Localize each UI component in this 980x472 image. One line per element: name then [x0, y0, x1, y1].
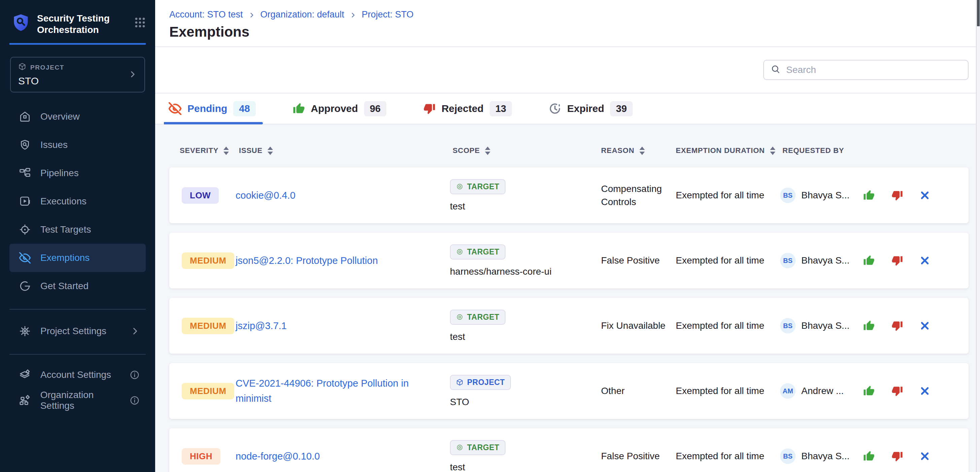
sidebar: Security Testing Orchestration PROJECT S…	[0, 0, 155, 472]
sidebar-item-executions[interactable]: Executions	[10, 187, 146, 215]
main-content: Account: STO test Organization: default …	[155, 0, 980, 472]
executions-play-icon	[19, 195, 31, 207]
home-icon	[19, 111, 31, 123]
tab-count-badge: 48	[233, 101, 255, 116]
cancel-exemption-button[interactable]	[920, 190, 930, 200]
chevron-right-icon	[130, 326, 140, 336]
breadcrumb-account-link[interactable]: Account: STO test	[169, 10, 243, 20]
eye-off-icon	[169, 102, 181, 115]
sort-icon[interactable]	[267, 147, 273, 155]
table-row: HIGH node-forge@0.10.0 TARGET test False…	[169, 428, 969, 472]
sidebar-item-label: Account Settings	[40, 369, 111, 380]
approve-button[interactable]	[863, 450, 875, 462]
sort-icon[interactable]	[770, 147, 775, 155]
column-header-scope: SCOPE	[450, 146, 601, 155]
breadcrumb: Account: STO test Organization: default …	[169, 10, 969, 20]
info-icon[interactable]	[130, 395, 140, 405]
column-header-issue: ISSUE	[235, 146, 450, 155]
cancel-exemption-button[interactable]	[920, 255, 930, 266]
project-selector-value: STO	[18, 75, 64, 87]
reject-button[interactable]	[891, 450, 903, 462]
sidebar-item-test-targets[interactable]: Test Targets	[10, 215, 146, 244]
info-icon[interactable]	[130, 370, 140, 380]
reject-button[interactable]	[891, 255, 903, 266]
sidebar-item-label: Test Targets	[40, 224, 91, 235]
scope-name: STO	[450, 397, 469, 407]
cancel-exemption-button[interactable]	[920, 321, 930, 331]
reject-button[interactable]	[891, 385, 903, 397]
tab-expired[interactable]: Expired 39	[544, 101, 637, 116]
shield-search-icon	[19, 139, 31, 151]
severity-badge: MEDIUM	[182, 252, 234, 269]
tab-count-badge: 13	[490, 101, 512, 116]
page-title: Exemptions	[169, 24, 969, 40]
scrollbar[interactable]	[976, 0, 980, 472]
issue-link[interactable]: node-forge@0.10.0	[235, 449, 450, 464]
breadcrumb-organization-link[interactable]: Organization: default	[261, 10, 344, 20]
scope-badge: TARGET	[450, 244, 506, 260]
sidebar-item-exemptions[interactable]: Exemptions	[10, 244, 146, 272]
sidebar-item-label: Get Started	[40, 281, 89, 291]
reject-button[interactable]	[891, 320, 903, 331]
sort-icon[interactable]	[223, 147, 229, 155]
cancel-exemption-button[interactable]	[920, 451, 930, 461]
issue-link[interactable]: cookie@0.4.0	[235, 188, 450, 203]
duration-cell: Exempted for all time	[676, 254, 780, 267]
tab-approved[interactable]: Approved 96	[288, 101, 391, 116]
cancel-exemption-button[interactable]	[920, 386, 930, 396]
column-header-severity: SEVERITY	[169, 146, 235, 155]
project-selector[interactable]: PROJECT STO	[10, 57, 145, 92]
issue-link[interactable]: json5@2.2.0: Prototype Pollution	[235, 253, 450, 268]
tab-label: Pending	[188, 103, 227, 114]
requester-name: Andrew ...	[801, 386, 844, 396]
approve-button[interactable]	[863, 255, 875, 266]
approve-button[interactable]	[863, 190, 875, 201]
sidebar-item-organization-settings[interactable]: Organization Settings	[10, 388, 146, 413]
app-grid-icon[interactable]	[134, 16, 146, 30]
sidebar-item-project-settings[interactable]: Project Settings	[10, 317, 146, 345]
search-input[interactable]	[786, 65, 961, 75]
tab-pending[interactable]: Pending 48	[164, 101, 261, 116]
reason-cell: Other	[601, 384, 676, 398]
layers-gear-icon	[19, 369, 31, 381]
duration-cell: Exempted for all time	[676, 319, 780, 332]
requester-name: Bhavya S...	[801, 255, 850, 266]
target-icon	[456, 313, 463, 321]
scope-name: test	[450, 462, 465, 472]
reason-cell: False Positive	[601, 450, 676, 462]
sidebar-item-get-started[interactable]: Get Started	[10, 272, 146, 300]
sidebar-item-pipelines[interactable]: Pipelines	[10, 159, 146, 187]
reject-button[interactable]	[891, 190, 903, 201]
gear-icon	[19, 325, 31, 337]
duration-cell: Exempted for all time	[676, 450, 780, 462]
sort-icon[interactable]	[485, 147, 490, 155]
search-box	[763, 60, 969, 80]
issue-link[interactable]: jszip@3.7.1	[235, 318, 450, 334]
tab-rejected[interactable]: Rejected 13	[418, 101, 517, 116]
chevron-right-icon	[248, 12, 255, 19]
get-started-icon	[19, 280, 31, 292]
sort-icon[interactable]	[640, 147, 645, 155]
scope-name: harness/harness-core-ui	[450, 266, 552, 277]
avatar: AM	[780, 383, 795, 399]
sidebar-item-overview[interactable]: Overview	[10, 103, 146, 131]
sidebar-item-account-settings[interactable]: Account Settings	[10, 362, 146, 388]
reason-cell: Compensating Controls	[601, 182, 676, 208]
approve-button[interactable]	[863, 385, 875, 397]
issue-link[interactable]: CVE-2021-44906: Prototype Pollution in m…	[235, 376, 450, 406]
column-header-requested-by: REQUESTED BY	[780, 146, 855, 155]
avatar: BS	[780, 188, 795, 203]
target-icon	[456, 248, 463, 255]
scope-type-label: TARGET	[467, 182, 500, 191]
sidebar-divider	[10, 354, 146, 355]
severity-badge: HIGH	[182, 448, 220, 465]
active-tab-indicator	[164, 122, 263, 124]
approve-button[interactable]	[863, 320, 875, 331]
thumb-up-icon	[293, 103, 305, 115]
tab-label: Rejected	[442, 103, 484, 114]
breadcrumb-project-link[interactable]: Project: STO	[362, 10, 414, 20]
sidebar-item-issues[interactable]: Issues	[10, 131, 146, 159]
sidebar-divider	[10, 309, 146, 310]
scrollbar-thumb[interactable]	[977, 0, 980, 26]
avatar: BS	[780, 253, 795, 268]
